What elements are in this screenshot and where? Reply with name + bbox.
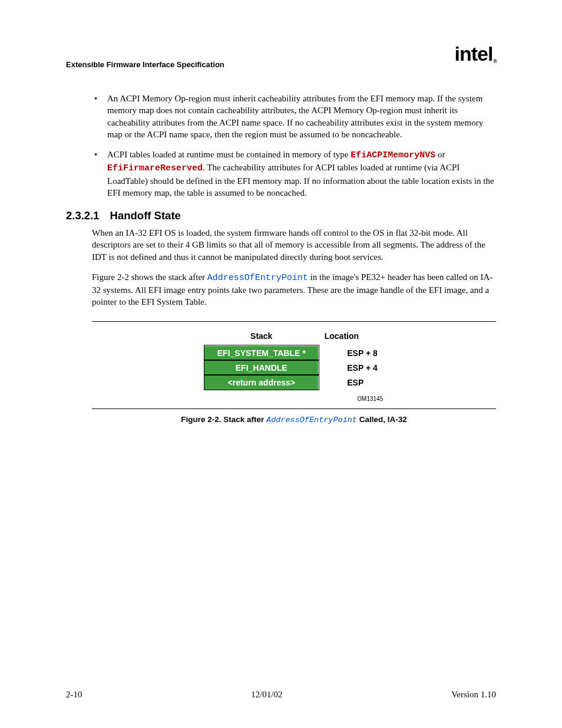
bullet-item: An ACPI Memory Op-region must inherit ca… bbox=[92, 93, 496, 140]
bullet-list: An ACPI Memory Op-region must inherit ca… bbox=[92, 93, 496, 199]
caption-text: Figure 2-2. Stack after bbox=[181, 415, 266, 424]
table-row: <return address> ESP bbox=[204, 375, 384, 390]
body-paragraph: Figure 2-2 shows the stack after Address… bbox=[92, 271, 496, 308]
caption-text: Called, IA-32 bbox=[357, 415, 407, 424]
logo-text: intel bbox=[454, 42, 492, 65]
table-row: EFI_SYSTEM_TABLE * ESP + 8 bbox=[204, 345, 384, 360]
figure-stack-diagram: Stack Location EFI_SYSTEM_TABLE * ESP + … bbox=[92, 321, 496, 410]
location-cell: ESP + 4 bbox=[319, 360, 384, 375]
col-header-stack: Stack bbox=[204, 330, 319, 346]
stack-cell: EFI_SYSTEM_TABLE * bbox=[204, 345, 319, 360]
location-cell: ESP bbox=[319, 375, 384, 390]
footer-date: 12/01/02 bbox=[251, 690, 282, 700]
page-number: 2-10 bbox=[66, 690, 82, 700]
page-footer: 2-10 12/01/02 Version 1.10 bbox=[66, 690, 496, 700]
stack-cell: <return address> bbox=[204, 375, 319, 390]
para-text: Figure 2-2 shows the stack after bbox=[92, 272, 207, 282]
body-paragraph: When an IA-32 EFI OS is loaded, the syst… bbox=[92, 227, 496, 263]
bullet-item: ACPI tables loaded at runtime must be co… bbox=[92, 149, 496, 199]
intel-logo: intel® bbox=[454, 42, 496, 65]
version-label: Version 1.10 bbox=[451, 690, 496, 700]
code-identifier: EfiFirmareReserved bbox=[107, 163, 203, 173]
main-content: An ACPI Memory Op-region must inherit ca… bbox=[92, 93, 496, 424]
table-row: EFI_HANDLE ESP + 4 bbox=[204, 360, 384, 375]
code-identifier: EfiACPIMemoryNVS bbox=[351, 150, 435, 160]
code-identifier: AddressOfEntryPoint bbox=[266, 416, 357, 424]
code-identifier: AddressOfEntryPoint bbox=[207, 273, 308, 283]
stack-table: Stack Location EFI_SYSTEM_TABLE * ESP + … bbox=[204, 330, 384, 403]
figure-id: OM13145 bbox=[319, 390, 384, 403]
bullet-text: An ACPI Memory Op-region must inherit ca… bbox=[107, 94, 483, 139]
stack-cell: EFI_HANDLE bbox=[204, 360, 319, 375]
bullet-text: ACPI tables loaded at runtime must be co… bbox=[107, 150, 351, 159]
col-header-location: Location bbox=[319, 330, 384, 346]
document-title: Extensible Firmware Interface Specificat… bbox=[66, 60, 224, 69]
location-cell: ESP + 8 bbox=[319, 345, 384, 360]
figure-caption: Figure 2-2. Stack after AddressOfEntryPo… bbox=[92, 415, 496, 424]
section-title: Handoff State bbox=[110, 209, 181, 222]
page-header: Extensible Firmware Interface Specificat… bbox=[66, 46, 496, 69]
registered-icon: ® bbox=[493, 58, 497, 64]
bullet-text: or bbox=[435, 150, 445, 159]
section-heading: 2.3.2.1Handoff State bbox=[66, 209, 496, 222]
section-number: 2.3.2.1 bbox=[66, 209, 100, 222]
